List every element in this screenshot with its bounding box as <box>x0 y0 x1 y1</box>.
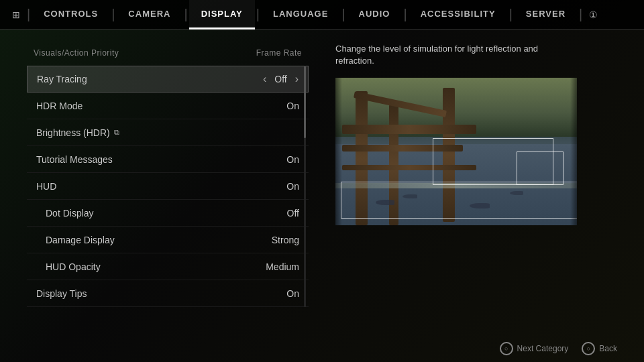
footer-label-next: Next Category <box>517 344 569 353</box>
settings-row-display-tips[interactable]: Display Tips On <box>27 280 309 307</box>
nav-item-controls[interactable]: CONTROLS <box>32 0 110 29</box>
nav-item-display[interactable]: DISPLAY <box>189 0 255 29</box>
footer-item-back: ○ Back <box>582 342 617 355</box>
row-value-hud: On <box>286 181 299 192</box>
settings-row-damage-display[interactable]: Damage Display Strong <box>27 227 309 253</box>
nav-bar: ⊞ | CONTROLS | CAMERA | DISPLAY | LANGUA… <box>0 0 644 29</box>
nav-icon-left: ⊞ <box>7 9 25 20</box>
footer-icon-next: ○ <box>500 342 513 355</box>
scroll-thumb <box>304 66 306 138</box>
preview-edge-right <box>570 78 577 225</box>
settings-row-brightness[interactable]: Brightness (HDR) ⧉ <box>27 119 309 146</box>
nav-icon-right: ① <box>584 9 603 20</box>
nav-item-accessibility[interactable]: ACCESSIBILITY <box>409 0 508 29</box>
scroll-indicator <box>304 66 306 307</box>
row-value-damage-display: Strong <box>272 235 299 245</box>
settings-row-hdr-mode[interactable]: HDR Mode On <box>27 93 309 119</box>
main-content: Visuals/Action Priority Frame Rate Ray T… <box>0 29 644 362</box>
preview-description: Change the level of simulation for light… <box>335 43 577 67</box>
nav-item-server[interactable]: SERVER <box>514 0 578 29</box>
footer-label-back: Back <box>599 344 617 353</box>
external-link-icon: ⧉ <box>114 128 119 137</box>
arrow-left-ray-tracing[interactable]: ‹ <box>263 73 266 85</box>
row-label-damage-display: Damage Display <box>46 235 115 245</box>
nav-divider-2: | <box>110 7 116 22</box>
footer-item-next-category: ○ Next Category <box>500 342 569 355</box>
settings-row-dot-display[interactable]: Dot Display Off <box>27 200 309 227</box>
preview-image <box>335 78 577 225</box>
preview-panel: Change the level of simulation for light… <box>309 43 617 349</box>
row-value-hdr-mode: On <box>286 101 299 111</box>
nav-divider-8: | <box>578 7 584 22</box>
row-label-hud-opacity: HUD Opacity <box>46 261 101 272</box>
footer-icon-back: ○ <box>582 342 595 355</box>
col-header-right: Frame Rate <box>256 48 302 58</box>
settings-row-ray-tracing[interactable]: Ray Tracing ‹ Off › <box>27 66 309 93</box>
row-label-ray-tracing: Ray Tracing <box>37 74 87 84</box>
nav-divider-6: | <box>402 7 408 22</box>
row-label-display-tips: Display Tips <box>36 288 87 299</box>
row-label-hud: HUD <box>36 181 56 192</box>
nav-item-camera[interactable]: CAMERA <box>116 0 182 29</box>
nav-item-language[interactable]: LANGUAGE <box>261 0 340 29</box>
preview-scene <box>335 78 577 225</box>
settings-row-hud-opacity[interactable]: HUD Opacity Medium <box>27 253 309 280</box>
row-value-tutorial-messages: On <box>286 154 299 165</box>
row-label-dot-display: Dot Display <box>46 208 94 219</box>
nav-divider-7: | <box>508 7 514 22</box>
settings-header: Visuals/Action Priority Frame Rate <box>27 43 309 63</box>
row-label-brightness: Brightness (HDR) ⧉ <box>36 127 119 138</box>
row-value-display-tips: On <box>286 288 299 299</box>
row-value-dot-display: Off <box>287 208 299 219</box>
settings-panel: Visuals/Action Priority Frame Rate Ray T… <box>27 43 309 349</box>
col-header-left: Visuals/Action Priority <box>34 48 119 58</box>
preview-rect-sub <box>517 152 564 185</box>
settings-row-hud[interactable]: HUD On <box>27 173 309 200</box>
arrow-right-ray-tracing[interactable]: › <box>295 73 299 85</box>
row-label-hdr-mode: HDR Mode <box>36 101 83 111</box>
row-value-ray-tracing: ‹ Off › <box>263 73 299 85</box>
footer: ○ Next Category ○ Back <box>500 342 617 355</box>
nav-item-audio[interactable]: AUDIO <box>347 0 402 29</box>
nav-divider-4: | <box>255 7 261 22</box>
settings-list: Ray Tracing ‹ Off › HDR Mode On <box>27 66 309 307</box>
preview-rect-bottom <box>341 182 577 219</box>
nav-divider-3: | <box>182 7 189 22</box>
preview-edge-left <box>335 78 342 225</box>
nav-divider-5: | <box>340 7 346 22</box>
row-value-hud-opacity: Medium <box>266 261 299 272</box>
settings-row-tutorial-messages[interactable]: Tutorial Messages On <box>27 146 309 173</box>
nav-divider-1: | <box>25 7 32 22</box>
preview-beam-h1 <box>342 125 476 134</box>
row-label-tutorial-messages: Tutorial Messages <box>36 154 113 165</box>
